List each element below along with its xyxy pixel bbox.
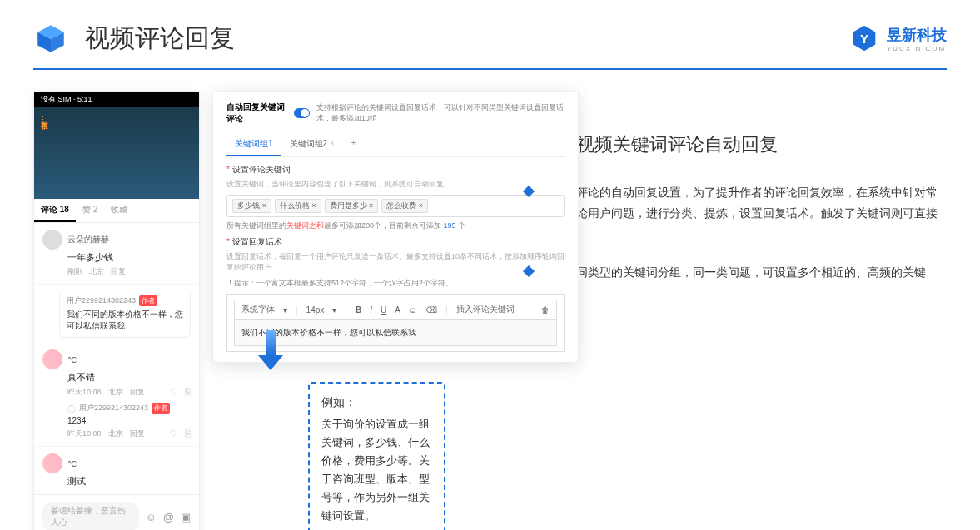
reply-link[interactable]: 回复 [111,266,126,277]
dislike-icon[interactable]: ⎘ [185,386,191,398]
comment-username: 云朵的赫赫 [67,234,109,245]
reply-time: 昨天10:08 [67,428,102,439]
bullet-text: 支持不同类型的关键词分组，同一类问题，可设置多个相近的、高频的关键词。 [541,262,947,304]
comment-item: 云朵的赫赫 一年多少钱 刚刚 北京 回复 [34,223,199,285]
comment-input-bar: 善语结善缘，恶言伤人心 ☺ @ ▣ [34,494,199,530]
heart-icon[interactable]: ♡ [169,386,178,398]
example-title: 例如： [321,395,432,410]
auto-reply-toggle[interactable] [294,108,310,118]
underline-icon[interactable]: U [381,305,386,315]
keyword-tag-input[interactable]: 多少钱 × 什么价格 × 费用是多少 × 怎么收费 × [226,195,565,217]
heart-icon[interactable]: ♡ [169,428,178,439]
section-title: 短视频关键词评论自动回复 [558,132,778,157]
screenshot-composite: 没有 SIM · 5:11 各有千秋…… 评论 18 赞 2 收藏 云朵的赫赫 … [33,91,483,490]
settings-title: 自动回复关键词评论 [226,102,287,125]
comment-username: ℃ [67,459,77,468]
reply-label: 设置回复话术 [226,236,565,248]
author-badge: 作者 [139,295,157,306]
comment-item: ℃ 真不错 昨天10:08 北京 回复 ♡⎘ ◯ 用户2299214302243… [34,343,199,447]
logo-text-sub: YUUXIN.COM [887,45,947,52]
reply-desc: 设置回复话术，每回复一个用户评论只发送一条话术。最多支持设置10条不同话术，按添… [226,251,565,273]
comment-item: ℃ 测试 [34,447,199,494]
settings-desc: 支持根据评论的关键词设置回复话术，可以针对不同类型关键词设置回复话术，最多添加1… [316,102,565,124]
editor-toolbar: 系统字体▾ | 14px▾ | B I U A ☺ ⌫ | 插入评论关键词 🗑 [234,300,557,320]
video-caption: 各有千秋…… [39,116,50,131]
logo-text-main: 昱新科技 [887,25,947,45]
comment-time: 刚刚 [67,266,82,277]
color-icon[interactable]: A [395,305,400,315]
example-callout: 例如： 关于询价的设置成一组关键词，多少钱、什么价格，费用多少等。关于咨询班型、… [308,382,445,530]
char-limit-hint: ！提示：一个富文本框最多支持512个字符，一个汉字占用2个字符。 [226,278,565,289]
header-left: 视频评论回复 [33,21,235,56]
reply-text: 1234 [67,416,191,425]
clear-icon[interactable]: ⌫ [425,305,437,315]
reply-username: 用户2299214302243 [67,295,136,306]
mention-icon[interactable]: @ [163,511,174,523]
svg-text:Y: Y [860,32,868,46]
bullet-text: 短视频评论的自动回复设置，为了提升作者的评论回复效率，在系统中针对常见的评论用户… [541,182,947,245]
keyword-tag[interactable]: 多少钱 × [232,199,271,213]
emoji-icon[interactable]: ☺ [409,305,417,315]
comment-location: 北京 [108,387,123,398]
tab-likes[interactable]: 赞 2 [76,199,104,222]
emoji-icon[interactable]: ☺ [146,511,157,523]
author-badge: 作者 [152,403,170,414]
phone-video-preview: 各有千秋…… [34,107,199,199]
arrow-icon [258,330,283,372]
bullet-item: 支持不同类型的关键词分组，同一类问题，可设置多个相近的、高频的关键词。 [525,262,947,304]
size-select[interactable]: 14px [306,305,325,315]
comment-input[interactable]: 善语结善缘，恶言伤人心 [42,502,139,530]
keyword-tag[interactable]: 什么价格 × [275,199,321,213]
comment-tabs: 评论 18 赞 2 收藏 [34,199,199,223]
example-text: 关于询价的设置成一组关键词，多少钱、什么价格，费用多少等。关于咨询班型、版本、型… [321,415,432,526]
comment-username: ℃ [67,355,77,364]
comment-text: 测试 [67,475,191,488]
logo-icon: Y [848,22,880,54]
image-icon[interactable]: ▣ [181,511,191,523]
keyword-group-tab-1[interactable]: 关键词组1 [226,133,281,156]
keyword-tag[interactable]: 怎么收费 × [381,199,428,213]
tab-favs[interactable]: 收藏 [104,199,134,222]
tab-comments[interactable]: 评论 18 [34,199,76,222]
comment-location: 北京 [89,266,104,277]
insert-keyword-button[interactable]: 插入评论关键词 [456,304,515,315]
phone-mockup: 没有 SIM · 5:11 各有千秋…… 评论 18 赞 2 收藏 云朵的赫赫 … [33,91,200,530]
description-area: 短视频关键词评论自动回复 短视频评论的自动回复设置，为了提升作者的评论回复效率，… [525,91,947,490]
comment-text: 一年多少钱 [67,251,191,264]
font-select[interactable]: 系统字体 [241,304,275,315]
avatar[interactable] [42,230,62,250]
keyword-hint: 所有关键词组里的关键词之和最多可添加200个，目前剩余可添加 195 个 [226,220,565,231]
header-divider [33,68,947,70]
page-title: 视频评论回复 [85,22,235,56]
avatar[interactable] [42,349,62,369]
bullet-item: 短视频评论的自动回复设置，为了提升作者的评论回复效率，在系统中针对常见的评论用户… [525,182,947,245]
phone-status-bar: 没有 SIM · 5:11 [34,92,199,107]
reply-link[interactable]: 回复 [130,428,145,439]
keyword-label: 设置评论关键词 [226,164,565,176]
brand-logo: Y 昱新科技 YUUXIN.COM [848,22,947,54]
settings-panel: 自动回复关键词评论 支持根据评论的关键词设置回复话术，可以针对不同类型关键词设置… [212,91,579,363]
reply-text: 我们不同的版本价格不一样，您可以私信联系我 [67,309,183,332]
add-group-button[interactable]: + [343,133,365,156]
bold-icon[interactable]: B [356,305,361,315]
italic-icon[interactable]: I [370,305,372,315]
comment-text: 真不错 [67,371,191,384]
reply-username: 用户2299214302243 [79,403,148,414]
reply-location: 北京 [108,428,123,439]
delete-icon[interactable]: 🗑 [541,305,550,315]
page-header: 视频评论回复 Y 昱新科技 YUUXIN.COM [0,0,980,68]
keyword-tag[interactable]: 费用是多少 × [325,199,379,213]
avatar[interactable] [42,453,62,473]
reply-link[interactable]: 回复 [130,387,145,398]
comment-time: 昨天10:08 [67,387,102,398]
auto-reply-bubble: 用户2299214302243 作者 我们不同的版本价格不一样，您可以私信联系我 [59,290,191,338]
keyword-group-tab-2[interactable]: 关键词组2 × [281,133,343,156]
cube-icon [33,21,68,56]
keyword-desc: 设置关键词，当评论里内容包含了以下关键词，则系统可自动回复。 [226,179,565,190]
dislike-icon[interactable]: ⎘ [185,428,191,439]
